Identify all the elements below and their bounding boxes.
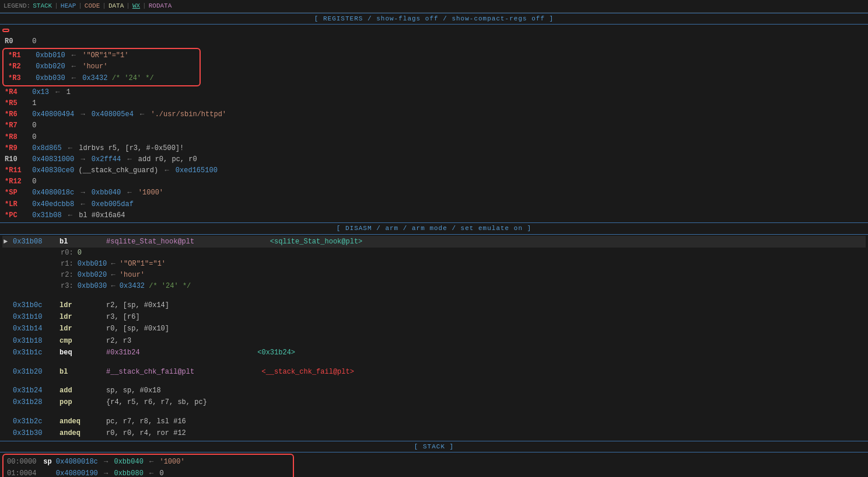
stack-highlight-box: 00:0000 sp 0x4080018c → 0xbb040 ← '1000'…	[2, 454, 294, 477]
disasm-addr-31b20: 0x31b20	[13, 366, 60, 378]
legend-wx[interactable]: WX	[132, 1, 140, 11]
reg-name-r7: *R7	[5, 120, 28, 131]
disasm-mnem-31b18: cmp	[60, 335, 106, 347]
reg-addr-r11: 0x40830ce0	[28, 165, 74, 176]
disasm-mnem-31b10: ldr	[60, 311, 106, 323]
disasm-addr-31b28: 0x31b28	[13, 396, 60, 408]
stack-offset-1: 01:0004	[7, 468, 39, 477]
disasm-row-31b2c: 0x31b2c andeq pc, r7, r8, lsl #16	[2, 416, 866, 427]
reg-name-r1: *R1	[8, 50, 32, 61]
reg-name-lr: *LR	[5, 199, 28, 210]
disasm-ops-31b1c: #0x31b24 <0x31b24>	[106, 347, 864, 358]
reg-addr-r3: 0xbb030	[32, 73, 65, 84]
disasm-arrow-31b1c	[4, 347, 13, 358]
reg-arrow-lr: ←	[76, 199, 89, 210]
reg-row-r9: *R9 0x8d865 ← ldrbvs r5, [r3, #-0x500]!	[2, 143, 866, 154]
reg-val-r9: ldrbvs r5, [r3, #-0x500]!	[79, 143, 184, 154]
stack-str-1: 0	[159, 468, 163, 477]
reg-row-r11: *R11 0x40830ce0 (__stack_chk_guard) ← 0x…	[2, 165, 866, 176]
disasm-ops-31b0c: r2, [sp, #0x14]	[106, 300, 864, 311]
reg-name-r12: *R12	[5, 176, 28, 187]
disasm-row-31b14: 0x31b14 ldr r0, [sp, #0x10]	[2, 323, 866, 335]
disasm-mnem-31b14: ldr	[60, 323, 106, 335]
disasm-row-31b10: 0x31b10 ldr r3, [r6]	[2, 311, 866, 323]
disasm-arrow-31b10	[4, 311, 13, 323]
reg-addr-pc: 0x31b08	[28, 210, 62, 221]
registers-panel: R0 0 *R1 0xbb010 ← '"OR"1"="1' *R2 0xbb0…	[0, 25, 868, 222]
reg-row-r8: *R8 0	[2, 132, 866, 143]
reg-arrow-r4: ←	[51, 87, 64, 98]
disasm-row-31b18: 0x31b18 cmp r2, r3	[2, 335, 866, 347]
reg-row-r12: *R12 0	[2, 176, 866, 187]
legend-code: CODE	[85, 1, 100, 11]
disasm-mnem-31b24: add	[60, 385, 106, 396]
stack-str-0: '1000'	[159, 456, 184, 468]
legend-data: DATA	[108, 1, 124, 11]
reg-name-r10: R10	[5, 154, 28, 165]
reg-addr-sp: 0x4080018c	[28, 187, 74, 199]
disasm-ops-31b18: r2, r3	[106, 335, 864, 347]
registers-header: [ REGISTERS / show-flags off / show-comp…	[0, 13, 868, 25]
disasm-ops-31b10: r3, [r6]	[106, 311, 864, 323]
disasm-info-r2: r2: 0xbb020 ← 'hour'	[61, 270, 866, 281]
stack-addr-1: 0x40800190	[56, 468, 98, 477]
reg-val-r8: 0	[28, 132, 36, 143]
reg-addr-lr: 0x40edcbb8	[28, 199, 74, 210]
stack-row-0: 00:0000 sp 0x4080018c → 0xbb040 ← '1000'	[6, 456, 290, 468]
disasm-row-0: ► 0x31b08 bl #sqlite_Stat_hook@plt <sqli…	[2, 236, 866, 248]
stack-offset-0: 00:0000	[7, 456, 39, 468]
reg-val-r12: 0	[28, 176, 36, 187]
disasm-arrow-31b28	[4, 396, 13, 408]
reg-row-sp: *SP 0x4080018c → 0xbb040 ← '1000'	[2, 187, 866, 199]
disasm-addr-31b30: 0x31b30	[13, 427, 60, 439]
disasm-mnem-31b1c: beq	[60, 347, 106, 358]
reg-row-r6: *R6 0x40800494 → 0x408005e4 ← './usr/sbi…	[2, 109, 866, 120]
sep2: |	[78, 1, 82, 11]
reg-arrow-r10: →	[76, 154, 89, 165]
disasm-mnem-31b28: pop	[60, 396, 106, 408]
legend-heap: HEAP	[61, 1, 76, 11]
reg-addr-r10: 0x40831000	[28, 154, 74, 165]
disasm-arrow-0: ►	[4, 236, 13, 248]
reg-val-r11: 0xed165100	[176, 165, 218, 176]
reg-val-lr: 0xeb005daf	[92, 199, 134, 210]
reg-arrow-r2: ←	[68, 61, 80, 72]
disasm-addr-31b0c: 0x31b0c	[13, 300, 60, 311]
reg-arrow2-r10: ←	[123, 154, 136, 165]
reg-target-r10: 0x2ff44	[92, 154, 121, 165]
reg-addr-r1: 0xbb010	[32, 50, 65, 61]
disasm-addr-31b24: 0x31b24	[13, 385, 60, 396]
disasm-ops-31b24: sp, sp, #0x18	[106, 385, 864, 396]
disasm-row-31b0c: 0x31b0c ldr r2, [sp, #0x14]	[2, 300, 866, 311]
sep4: |	[126, 1, 130, 11]
disasm-row-31b1c: 0x31b1c beq #0x31b24 <0x31b24>	[2, 347, 866, 358]
reg-arrow-r6: →	[76, 109, 89, 120]
disasm-arrow-31b30	[4, 427, 13, 439]
disasm-mnem-31b2c: andeq	[60, 416, 106, 427]
disasm-addr-0: 0x31b08	[13, 236, 60, 248]
disasm-mnem-31b0c: ldr	[60, 300, 106, 311]
stack-val-0: 0xbb040	[114, 456, 143, 468]
reg-str-sp: '1000'	[138, 187, 163, 199]
reg-name-r11: *R11	[5, 165, 28, 176]
reg-row-r4: *R4 0x13 ← 1	[2, 87, 866, 98]
disasm-info-r0: r0: 0	[61, 248, 866, 259]
reg-str-r6: './usr/sbin/httpd'	[150, 109, 226, 120]
sep1: |	[54, 1, 58, 11]
reg-name-r9: *R9	[5, 143, 28, 154]
disasm-ops-31b20: #__stack_chk_fail@plt <__stack_chk_fail@…	[106, 366, 864, 378]
registers-highlight-box	[2, 29, 9, 32]
legend-rodata: RODATA	[149, 1, 172, 11]
stack-val-1: 0xbb080	[114, 468, 143, 477]
reg-row-r3: *R3 0xbb030 ← 0x3432 /* '24' */	[6, 73, 197, 84]
stack-arrow2-0: ←	[145, 456, 158, 468]
reg-comment-r3: /* '24' */	[107, 73, 153, 84]
disasm-ops-31b14: r0, [sp, #0x10]	[106, 323, 864, 335]
reg-val-r7: 0	[28, 120, 36, 131]
disasm-panel: ► 0x31b08 bl #sqlite_Stat_hook@plt <sqli…	[0, 235, 868, 441]
disasm-arrow-31b18	[4, 335, 13, 347]
legend-label: LEGEND:	[4, 1, 30, 11]
reg-arrow2-r6: ←	[136, 109, 149, 120]
reg-name-r0: R0	[5, 36, 28, 47]
legend-stack: STACK	[33, 1, 52, 11]
